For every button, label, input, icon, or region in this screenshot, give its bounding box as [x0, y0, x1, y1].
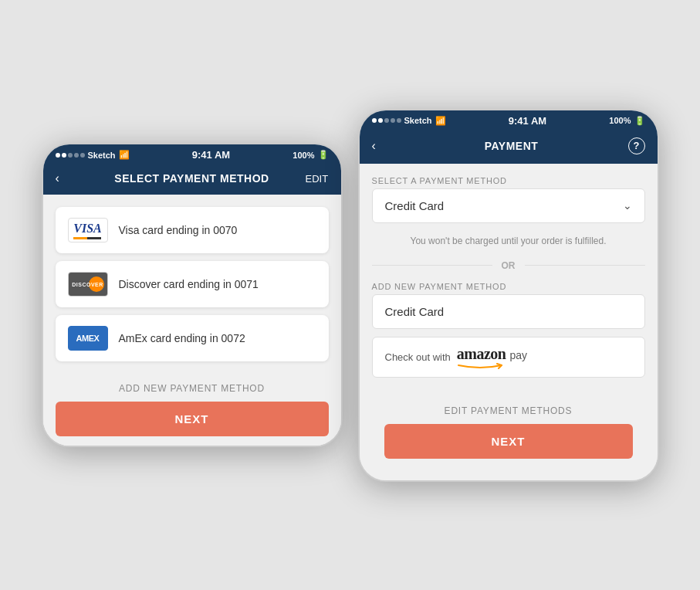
left-phone: Sketch 📶 9:41 AM 100% 🔋 ‹ SELECT PAYMENT…	[42, 143, 343, 447]
status-left-r: Sketch 📶	[372, 116, 446, 126]
nav-title-right: PAYMENT	[485, 140, 539, 152]
select-label: SELECT A PAYMENT METHOD	[372, 176, 645, 185]
discover-text: DISCOVER	[72, 282, 103, 287]
credit-card-label: Credit Card	[385, 305, 445, 318]
discover-logo: DISCOVER	[68, 272, 108, 297]
dropdown-value: Credit Card	[385, 199, 445, 212]
amazon-pay-logo: amazon pay	[457, 345, 527, 369]
edit-methods-link[interactable]: EDIT PAYMENT METHODS	[445, 405, 573, 416]
network-label-r: Sketch	[404, 116, 432, 125]
visa-text: VISA	[73, 222, 101, 236]
dot-1	[56, 153, 60, 158]
dot-2	[62, 153, 66, 158]
nav-bar-left: ‹ SELECT PAYMENT METHOD EDIT	[43, 165, 341, 195]
add-method-link-left[interactable]: ADD NEW PAYMENT METHOD	[119, 383, 265, 394]
dot-4	[74, 153, 79, 158]
amazon-brand: amazon pay	[457, 345, 527, 363]
edit-button[interactable]: EDIT	[305, 173, 328, 185]
info-text: You won't be charged until your order is…	[372, 232, 645, 249]
visa-card-item[interactable]: VISA Visa card ending in 0070	[56, 207, 329, 253]
battery-icon-r: 🔋	[634, 116, 645, 126]
rdot-4	[391, 118, 395, 123]
amazon-arrow-svg	[457, 363, 503, 369]
bottom-area-left: ADD NEW PAYMENT METHOD NEXT	[43, 374, 341, 446]
next-button-left[interactable]: NEXT	[56, 402, 329, 436]
pay-text: pay	[509, 349, 527, 361]
next-button-right[interactable]: NEXT	[384, 424, 633, 459]
left-content: VISA Visa card ending in 0070 DISCOVER D…	[43, 195, 341, 446]
chevron-down-icon: ⌄	[623, 199, 632, 212]
credit-card-option[interactable]: Credit Card	[372, 294, 645, 329]
status-left: Sketch 📶	[56, 150, 130, 160]
battery-label-r: 100%	[609, 116, 631, 125]
checkout-text: Check out with	[385, 351, 451, 363]
payment-section: SELECT A PAYMENT METHOD Credit Card ⌄ Yo…	[360, 164, 658, 480]
discover-card-label: Discover card ending in 0071	[119, 278, 259, 290]
status-bar-left: Sketch 📶 9:41 AM 100% 🔋	[43, 144, 341, 165]
or-line-left	[372, 265, 492, 266]
battery-area-r: 100% 🔋	[609, 116, 644, 126]
amex-logo: AMEX	[68, 326, 108, 351]
amex-text: AMEX	[76, 334, 100, 343]
discover-inner: DISCOVER	[69, 273, 107, 296]
discover-card-item[interactable]: DISCOVER Discover card ending in 0071	[56, 261, 329, 307]
dot-5	[80, 153, 85, 158]
status-bar-right: Sketch 📶 9:41 AM 100% 🔋	[360, 110, 658, 131]
or-text: OR	[502, 260, 516, 271]
amazon-pay-button[interactable]: Check out with amazon pay	[372, 337, 645, 378]
signal-dots-r	[372, 118, 401, 123]
rdot-2	[378, 118, 383, 123]
signal-dots	[56, 153, 85, 158]
card-list: VISA Visa card ending in 0070 DISCOVER D…	[43, 195, 341, 374]
dot-3	[68, 153, 73, 158]
network-label: Sketch	[88, 151, 116, 160]
help-button[interactable]: ?	[628, 137, 645, 154]
right-content: SELECT A PAYMENT METHOD Credit Card ⌄ Yo…	[360, 164, 658, 480]
bottom-area-right: EDIT PAYMENT METHODS NEXT	[372, 396, 645, 468]
time-display: 9:41 AM	[192, 149, 230, 161]
add-new-section: ADD NEW PAYMENT METHOD Credit Card Check…	[372, 282, 645, 378]
or-divider: OR	[372, 259, 645, 273]
rdot-3	[384, 118, 389, 123]
visa-logo: VISA	[68, 218, 108, 242]
nav-bar-right: ‹ PAYMENT ?	[360, 131, 658, 164]
payment-dropdown[interactable]: Credit Card ⌄	[372, 188, 645, 223]
battery-label: 100%	[293, 151, 314, 160]
amex-card-label: AmEx card ending in 0072	[119, 332, 245, 344]
or-line-right	[525, 265, 645, 266]
visa-card-label: Visa card ending in 0070	[119, 224, 238, 236]
amex-card-item[interactable]: AMEX AmEx card ending in 0072	[56, 315, 329, 361]
visa-bar	[73, 237, 101, 239]
rdot-1	[372, 118, 377, 123]
wifi-icon-r: 📶	[435, 116, 446, 126]
back-button-left[interactable]: ‹	[56, 171, 79, 185]
add-method-label: ADD NEW PAYMENT METHOD	[372, 282, 645, 291]
time-display-r: 9:41 AM	[509, 115, 546, 127]
select-section: SELECT A PAYMENT METHOD Credit Card ⌄	[372, 176, 645, 223]
battery-area: 100% 🔋	[293, 150, 328, 160]
wifi-icon: 📶	[119, 150, 130, 160]
battery-icon: 🔋	[318, 150, 329, 160]
rdot-5	[397, 118, 401, 123]
back-button-right[interactable]: ‹	[372, 139, 395, 153]
amazon-text: amazon	[457, 345, 506, 363]
right-phone: Sketch 📶 9:41 AM 100% 🔋 ‹ PAYMENT ? SELE…	[358, 109, 659, 482]
nav-title-left: SELECT PAYMENT METHOD	[114, 172, 269, 185]
